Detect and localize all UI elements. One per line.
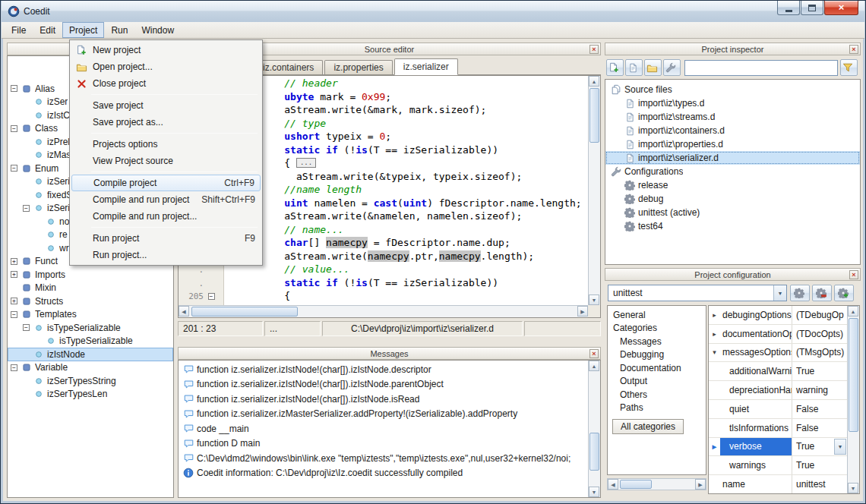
symbol-izistnode[interactable]: izIstNode <box>8 348 173 361</box>
scroll-right-icon[interactable]: ▶ <box>577 306 588 317</box>
message-item[interactable]: code __main <box>179 421 586 436</box>
category-general[interactable]: General <box>608 308 706 322</box>
category-debugging[interactable]: Debugging <box>608 348 706 362</box>
inspector-tree[interactable]: Source filesimport\iz\types.dimport\iz\s… <box>605 80 860 233</box>
tree-expander-icon[interactable]: − <box>11 165 17 172</box>
property-debugingoptions[interactable]: ▸debugingOptions(TDebugOp <box>709 306 847 325</box>
tree-expander-icon[interactable]: + <box>11 258 17 265</box>
edit-config-button[interactable] <box>790 285 810 301</box>
messages-vscrollbar[interactable]: ▲ ▼ <box>588 361 600 497</box>
inspector-import-iz-containers-d[interactable]: import\iz\containers.d <box>605 124 860 137</box>
menu-item-run-project[interactable]: Run project... <box>71 247 261 263</box>
menubar-window[interactable]: Window <box>134 22 181 38</box>
source-editor-close-icon[interactable]: × <box>589 45 599 54</box>
inspector-configurations[interactable]: Configurations <box>605 165 860 178</box>
folded-code-icon[interactable]: ... <box>296 158 316 168</box>
property-additionalwarni[interactable]: additionalWarniTrue <box>709 362 847 381</box>
add-config-button[interactable] <box>834 285 854 301</box>
editor-hscrollbar[interactable]: ◀ ▶ <box>179 305 588 317</box>
inspector-import-iz-streams-d[interactable]: import\iz\streams.d <box>605 110 860 124</box>
configuration-select[interactable]: unittest ▼ <box>608 285 787 301</box>
message-item[interactable]: function iz.serializer.izMasterSerialize… <box>179 407 586 422</box>
grid-vscrollbar[interactable]: ▲ ▼ <box>847 306 859 493</box>
message-item[interactable]: Coedit information: C:\Dev\dproj\iz\Iz.c… <box>179 466 586 481</box>
expander-icon[interactable]: ▸ <box>713 311 716 319</box>
expander-icon[interactable]: ▸ <box>713 330 716 338</box>
inspector-release[interactable]: release <box>605 178 860 192</box>
close-button[interactable]: × <box>824 1 858 15</box>
menu-item-compile-project[interactable]: Compile projectCtrl+F9 <box>71 175 261 191</box>
messages-list[interactable]: function iz.serializer.izIstNode!(char[]… <box>179 362 586 496</box>
vscrollbar-thumb[interactable] <box>589 88 599 143</box>
menu-item-close-project[interactable]: Close project <box>71 75 261 92</box>
title-bar[interactable]: Coedit × <box>2 1 864 22</box>
property-documentationopt[interactable]: ▸documentationOpt(TDocOpts) <box>709 325 847 344</box>
property-grid[interactable]: ▸debugingOptions(TDebugOp▸documentationO… <box>709 306 847 493</box>
property-tlsinformations[interactable]: tlsInformationsFalse <box>709 419 847 438</box>
categories-hscrollbar[interactable]: ◀ ▶ <box>607 478 706 490</box>
category-messages[interactable]: Messages <box>608 335 706 348</box>
symbol-imports[interactable]: +Imports <box>8 268 173 282</box>
category-documentation[interactable]: Documentation <box>608 361 706 375</box>
message-item[interactable]: function D main <box>179 436 586 452</box>
category-categories[interactable]: Categories <box>608 322 706 335</box>
category-output[interactable]: Output <box>608 375 706 389</box>
remove-config-button[interactable] <box>812 285 832 301</box>
menu-item-save-project-as[interactable]: Save project as... <box>71 114 261 131</box>
inspector-unittest-active[interactable]: unittest (active) <box>605 206 860 219</box>
symbol-istypeserializable[interactable]: −isTypeSerializable <box>8 321 173 335</box>
inspector-import-iz-properties-d[interactable]: import\iz\properties.d <box>605 137 860 151</box>
category-others[interactable]: Others <box>608 388 706 402</box>
symbol-structs[interactable]: +Structs <box>8 295 173 308</box>
inspector-debug[interactable]: debug <box>605 192 860 206</box>
menu-item-new-project[interactable]: New project <box>71 42 261 58</box>
inspector-source-files[interactable]: Source files <box>605 83 860 96</box>
tree-expander-icon[interactable]: + <box>11 298 17 304</box>
menu-item-view-project-source[interactable]: View Project source <box>71 153 261 169</box>
chevron-down-icon[interactable]: ▼ <box>834 439 846 455</box>
message-item[interactable]: function iz.serializer.izIstNode!(char[]… <box>179 362 586 377</box>
inspector-test64[interactable]: test64 <box>605 219 860 233</box>
scroll-up-icon[interactable]: ▲ <box>848 306 858 317</box>
menu-item-open-project[interactable]: Open project... <box>71 58 261 75</box>
menu-item-compile-and-run-project[interactable]: Compile and run projectShift+Ctrl+F9 <box>71 191 261 208</box>
editor-vscrollbar[interactable]: ▲ ▼ <box>588 76 600 305</box>
expander-icon[interactable]: ▾ <box>713 348 716 356</box>
symbol-istypeserializable[interactable]: isTypeSerializable <box>8 335 173 348</box>
new-file-button[interactable] <box>606 59 624 76</box>
minimize-button[interactable] <box>777 1 800 15</box>
category-paths[interactable]: Paths <box>608 402 706 415</box>
menu-item-run-project[interactable]: Run projectF9 <box>71 230 261 247</box>
menubar-project[interactable]: Project <box>62 22 104 38</box>
chevron-down-icon[interactable]: ▼ <box>773 285 786 301</box>
tab-iz-properties[interactable]: iz.properties <box>324 60 392 74</box>
scroll-right-icon[interactable]: ▶ <box>695 479 706 490</box>
scroll-left-icon[interactable]: ◀ <box>608 479 618 490</box>
vscrollbar-thumb[interactable] <box>589 433 599 471</box>
tree-expander-icon[interactable]: − <box>11 125 17 132</box>
code-area[interactable]: // header ubyte mark = 0x99; aStream.wri… <box>225 76 588 305</box>
open-folder-button[interactable] <box>644 59 662 76</box>
hscrollbar-thumb[interactable] <box>191 307 298 317</box>
property-name[interactable]: nameunittest <box>709 475 847 494</box>
symbol-mixin[interactable]: Mixin <box>8 282 173 295</box>
scroll-up-icon[interactable]: ▲ <box>589 76 599 87</box>
menu-item-compile-and-run-project[interactable]: Compile and run project... <box>71 208 261 225</box>
project-configuration-close-icon[interactable]: × <box>849 270 858 279</box>
property-quiet[interactable]: quietFalse <box>709 400 847 419</box>
property-warnings[interactable]: warningsTrue <box>709 456 847 475</box>
menubar-run[interactable]: Run <box>104 22 134 38</box>
property-verbose[interactable]: ►verboseTrue▼ <box>709 438 847 457</box>
project-inspector-close-icon[interactable]: × <box>849 45 858 54</box>
filter-input[interactable] <box>684 60 838 76</box>
tree-expander-icon[interactable]: − <box>11 364 17 371</box>
vscrollbar-thumb[interactable] <box>849 318 858 432</box>
menu-item-save-project[interactable]: Save project <box>71 97 261 114</box>
message-item[interactable]: C:\Dev\dmd2\windows\bin\link.exe "temp\i… <box>179 451 586 466</box>
scroll-down-icon[interactable]: ▼ <box>848 483 858 493</box>
tree-expander-icon[interactable]: − <box>23 324 30 331</box>
scroll-down-icon[interactable]: ▼ <box>589 295 599 305</box>
tree-expander-icon[interactable]: + <box>11 271 17 278</box>
symbol-izsertypesstring[interactable]: izSerTypesString <box>8 374 173 388</box>
messages-close-icon[interactable]: × <box>589 349 599 358</box>
